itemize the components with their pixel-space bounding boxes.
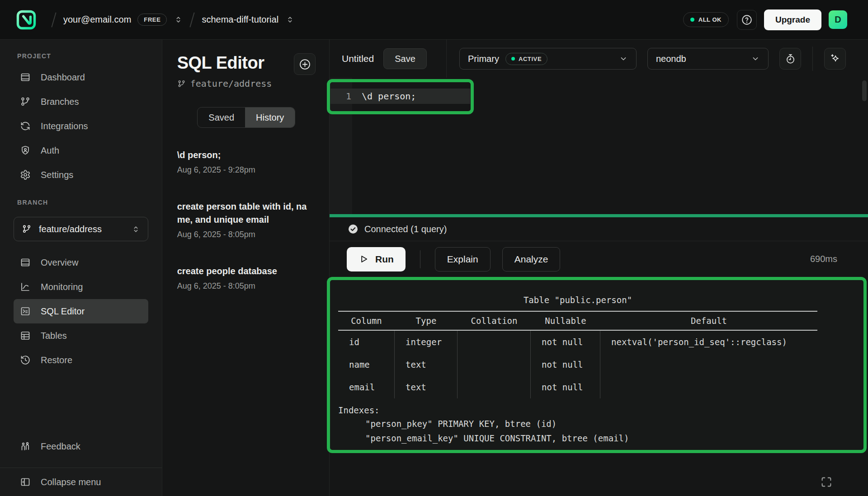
compute-selector[interactable]: Primary ACTIVE	[459, 48, 637, 70]
git-branch-icon	[177, 80, 186, 88]
chevron-down-icon	[619, 54, 628, 63]
analyze-button[interactable]: Analyze	[502, 247, 561, 271]
history-item[interactable]: create person table with id, name, and u…	[177, 200, 316, 239]
avatar[interactable]: D	[829, 10, 847, 29]
history-timestamp: Aug 6, 2025 - 9:28pm	[177, 165, 316, 175]
expand-results-button[interactable]	[820, 475, 833, 489]
page-title: SQL Editor	[177, 53, 272, 73]
help-button[interactable]	[737, 10, 757, 30]
topbar: your@email.com FREE schema-diff-tutorial…	[0, 0, 868, 40]
sidebar-item-overview[interactable]: Overview	[14, 250, 148, 275]
collapse-menu-label: Collapse menu	[41, 477, 101, 487]
account-switcher-chevrons-icon[interactable]	[174, 15, 183, 24]
sidebar-item-tables[interactable]: Tables	[14, 323, 148, 348]
history-query: create people database	[177, 265, 314, 278]
system-status-pill[interactable]: ALL OK	[683, 12, 729, 27]
table-row: id integer not null nextval('person_id_s…	[338, 331, 817, 353]
status-label: ALL OK	[698, 16, 722, 23]
project-name[interactable]: schema-diff-tutorial	[202, 14, 278, 25]
sidebar-item-label: SQL Editor	[41, 306, 85, 317]
table-row: email text not null	[338, 376, 817, 398]
save-button[interactable]: Save	[383, 48, 427, 69]
neon-logo[interactable]	[16, 10, 36, 30]
branch-selector[interactable]: feature/address	[14, 217, 148, 241]
database-selector[interactable]: neondb	[647, 48, 769, 70]
history-item[interactable]: create people database Aug 6, 2025 - 8:0…	[177, 265, 316, 291]
query-timing-button[interactable]	[779, 48, 801, 70]
indexes-block: Indexes: "person_pkey" PRIMARY KEY, btre…	[338, 404, 863, 445]
compute-name: Primary	[468, 54, 499, 64]
editor-active-line[interactable]: 1 \d person;	[330, 89, 470, 104]
index-line: "person_pkey" PRIMARY KEY, btree (id)	[338, 416, 863, 431]
account-email[interactable]: your@email.com	[63, 14, 131, 25]
chevron-down-icon	[751, 54, 760, 63]
active-dot-icon	[511, 57, 515, 61]
dashboard-icon	[20, 72, 31, 83]
sparkles-icon	[829, 53, 841, 65]
upgrade-button[interactable]: Upgrade	[764, 9, 821, 30]
tutorial-highlight-results: Table "public.person" Column Type Collat…	[327, 277, 867, 453]
sidebar-item-sql-editor[interactable]: SQL Editor	[14, 299, 148, 323]
index-line: "person_email_key" UNIQUE CONSTRAINT, bt…	[338, 431, 863, 445]
query-tabstrip: Untitled Save	[330, 40, 447, 78]
sidebar: PROJECT Dashboard Branches	[0, 40, 162, 496]
editor-results-splitter[interactable]	[330, 214, 868, 217]
sidebar-item-settings[interactable]: Settings	[14, 163, 148, 187]
plus-circle-icon	[299, 58, 311, 70]
result-table-header: Column Type Collation Nullable Default	[338, 312, 817, 330]
sidebar-item-integrations[interactable]: Integrations	[14, 114, 148, 138]
sidebar-item-label: Restore	[41, 355, 72, 365]
actionbar-divider	[420, 250, 420, 268]
compute-status-badge: ACTIVE	[505, 53, 547, 65]
breadcrumb-separator	[190, 12, 195, 27]
branch-section-label: BRANCH	[0, 199, 162, 206]
saved-history-tabs: Saved History	[197, 107, 295, 128]
new-query-button[interactable]	[294, 53, 316, 75]
sidebar-item-label: Auth	[41, 145, 59, 156]
branch-selector-chevrons-icon	[132, 225, 140, 234]
run-button[interactable]: Run	[347, 247, 406, 271]
plan-badge: FREE	[137, 14, 167, 26]
tab-saved[interactable]: Saved	[198, 108, 245, 127]
sql-editor-main: Untitled Save Primary ACTIVE neondb	[330, 40, 868, 496]
project-switcher-chevrons-icon[interactable]	[286, 15, 294, 24]
sidebar-item-auth[interactable]: Auth	[14, 138, 148, 163]
query-tab-untitled[interactable]: Untitled	[342, 53, 374, 64]
sidebar-item-feedback[interactable]: Feedback	[14, 434, 148, 459]
sidebar-item-restore[interactable]: Restore	[14, 348, 148, 372]
query-duration: 690ms	[810, 254, 837, 264]
check-circle-icon	[348, 224, 359, 234]
sidebar-item-branches[interactable]: Branches	[14, 89, 148, 114]
explain-button[interactable]: Explain	[435, 247, 491, 271]
line-number: 1	[330, 91, 362, 102]
tab-history[interactable]: History	[245, 108, 295, 127]
restore-icon	[20, 355, 31, 365]
editor-scrollbar-thumb[interactable]	[862, 80, 867, 101]
sidebar-item-label: Dashboard	[41, 72, 85, 83]
collapse-menu-button[interactable]: Collapse menu	[14, 470, 148, 494]
sidebar-item-label: Overview	[41, 257, 78, 268]
question-circle-icon	[741, 14, 753, 26]
history-timestamp: Aug 6, 2025 - 8:05pm	[177, 281, 316, 291]
code-editor[interactable]: 1 \d person;	[330, 78, 868, 214]
indexes-label: Indexes:	[338, 404, 863, 416]
history-item[interactable]: \d person; Aug 6, 2025 - 9:28pm	[177, 149, 316, 175]
sidebar-item-monitoring[interactable]: Monitoring	[14, 275, 148, 299]
sidebar-item-dashboard[interactable]: Dashboard	[14, 65, 148, 89]
feedback-people-icon	[20, 441, 31, 452]
monitoring-icon	[20, 281, 31, 292]
history-list: \d person; Aug 6, 2025 - 9:28pm create p…	[177, 149, 316, 291]
current-branch-label: feature/address	[190, 78, 272, 89]
integrations-icon	[20, 121, 31, 131]
connection-status-text: Connected (1 query)	[364, 224, 447, 234]
connection-statusbar: Connected (1 query)	[330, 217, 868, 241]
ai-assist-button[interactable]	[824, 48, 846, 70]
sql-editor-icon	[20, 306, 31, 317]
git-branch-icon	[22, 224, 32, 234]
auth-shield-icon	[20, 145, 31, 156]
branch-selector-value: feature/address	[39, 224, 102, 234]
play-icon	[359, 254, 369, 264]
database-name: neondb	[656, 54, 686, 64]
sidebar-item-label: Integrations	[41, 121, 88, 131]
status-dot-icon	[690, 18, 694, 22]
